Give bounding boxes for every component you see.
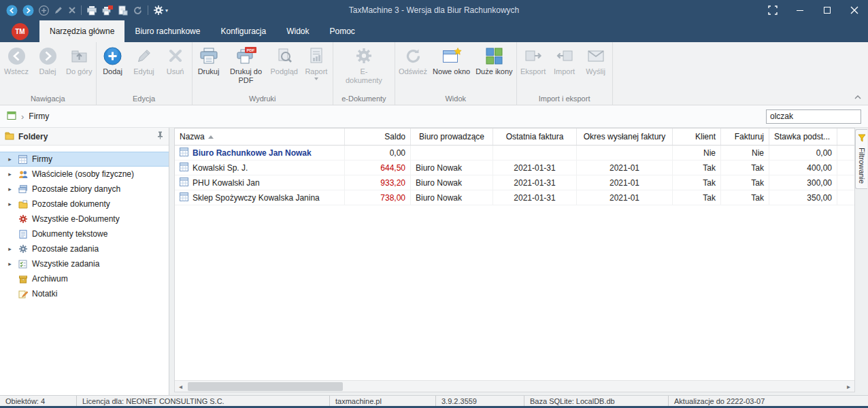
column-header-stawka[interactable]: Stawka podst... (769, 129, 837, 145)
status-database: Baza SQLite: LocalDB.db (524, 396, 669, 406)
grid-header: Nazwa Saldo Biuro prowadzące Ostatnia fa… (175, 129, 854, 146)
wyslij-button: Wyślij (580, 43, 612, 93)
tab-widok[interactable]: Widok (276, 20, 319, 42)
column-header-nazwa[interactable]: Nazwa (175, 129, 345, 145)
cell-ostatnia-faktura: 2021-01-31 (493, 175, 577, 190)
sidebar-item-firmy[interactable]: ▸ Firmy (0, 152, 169, 167)
scroll-right-icon[interactable]: ▸ (844, 381, 854, 392)
cell-biuro: Biuro Nowak (411, 160, 493, 175)
scroll-left-icon[interactable]: ◂ (176, 381, 186, 392)
back-icon[interactable] (6, 4, 18, 16)
expand-arrow-icon[interactable]: ▸ (6, 171, 14, 177)
folders-icon (5, 131, 14, 142)
grid-body: Biuro Rachunkowe Jan Nowak 0,00 Nie Nie … (175, 146, 854, 380)
status-website[interactable]: taxmachine.pl (330, 396, 436, 406)
group-label-import-eksport: Import i eksport (518, 93, 612, 105)
filter-tab[interactable]: Filtrowanie (855, 129, 867, 189)
tab-narzedzia-glowne[interactable]: Narzędzia główne (39, 20, 124, 42)
company-name: Biuro Rachunkowe Jan Nowak (193, 148, 312, 158)
table-row[interactable]: Biuro Rachunkowe Jan Nowak 0,00 Nie Nie … (175, 146, 854, 160)
window-controls (759, 0, 868, 20)
print-preview-icon[interactable] (118, 4, 128, 16)
status-updates: Aktualizacje do 2222-03-07 (669, 396, 868, 406)
tab-konfiguracja[interactable]: Konfiguracja (210, 20, 276, 42)
status-license: Licencja dla: NEONET CONSULTING S.C. (77, 396, 330, 406)
expand-arrow-icon[interactable]: ▸ (6, 245, 14, 252)
sidebar-item-label: Pozostałe zadania (32, 244, 99, 254)
maximize-button[interactable] (814, 0, 841, 20)
tab-pomoc[interactable]: Pomoc (320, 20, 365, 42)
odswiez-button: Odśwież (396, 43, 430, 93)
print-pdf-icon[interactable] (102, 4, 113, 16)
table-row[interactable]: PHU Kowalski Jan 933,20 Biuro Nowak 2021… (175, 175, 854, 190)
table-row[interactable]: Kowalski Sp. J. 644,50 Biuro Nowak 2021-… (175, 160, 854, 175)
drukuj-do-pdf-button[interactable]: PDF Drukuj do PDF (224, 43, 268, 93)
settings-gear-icon[interactable]: ▾ (153, 4, 168, 16)
expand-arrow-icon[interactable]: ▸ (6, 156, 14, 163)
group-label-e-dokumenty: e-Dokumenty (334, 93, 394, 105)
folders-panel: Foldery ▸ Firmy ▸ Właściciele (osoby fiz… (0, 128, 169, 395)
usun-button: Usuń (160, 43, 191, 93)
fit-window-icon[interactable] (759, 0, 786, 20)
magnifier-icon (276, 45, 293, 67)
collapse-ribbon-icon[interactable] (854, 92, 861, 101)
column-header-klient[interactable]: Klient (673, 129, 721, 145)
status-bar: Obiektów: 4 Licencja dla: NEONET CONSULT… (0, 395, 868, 408)
toolbar-separator (148, 5, 148, 15)
drukuj-button[interactable]: Drukuj (193, 43, 224, 93)
import-icon (555, 45, 574, 67)
forward-icon[interactable] (22, 4, 34, 16)
expand-arrow-icon[interactable]: ▸ (6, 186, 14, 192)
expand-arrow-icon[interactable]: ▸ (6, 260, 14, 267)
people-icon (18, 169, 28, 179)
minimize-button[interactable] (786, 0, 814, 20)
column-header-biuro[interactable]: Biuro prowadzące (411, 129, 493, 145)
sidebar-item-label: Firmy (32, 154, 52, 164)
sidebar-item-label: Notatki (32, 289, 57, 299)
breadcrumb[interactable]: Firmy (29, 112, 49, 121)
group-label-widok: Widok (396, 93, 516, 105)
close-button[interactable] (841, 0, 868, 20)
sidebar-item-pozostale-zbiory[interactable]: ▸ Pozostałe zbiory danych (0, 182, 169, 197)
expand-arrow-icon[interactable]: ▸ (6, 201, 14, 207)
cell-fakturuj: Nie (721, 146, 769, 160)
column-header-fakturuj[interactable]: Fakturuj (721, 129, 769, 145)
dodaj-button[interactable]: Dodaj (97, 43, 129, 93)
cell-klient: Tak (673, 160, 721, 175)
sidebar-item-dokumenty-tekstowe[interactable]: Dokumenty tekstowe (0, 226, 169, 241)
path-bar: › Firmy (0, 105, 868, 128)
import-button: Import (549, 43, 580, 93)
app-logo[interactable]: TM (12, 23, 29, 40)
sidebar-item-wszystkie-zadania[interactable]: ▸ Wszystkie zadania (0, 256, 169, 271)
sidebar-item-wszystkie-e-dokumenty[interactable]: Wszystkie e-Dokumenty (0, 211, 169, 226)
search-input[interactable] (766, 109, 861, 124)
sidebar-item-pozostale-zadania[interactable]: ▸ Pozostałe zadania (0, 241, 169, 256)
column-header-saldo[interactable]: Saldo (345, 129, 411, 145)
sidebar-item-pozostale-dokumenty[interactable]: ▸ Pozostałe dokumenty (0, 197, 169, 211)
chevron-right-icon[interactable]: › (21, 112, 24, 122)
column-header-okres[interactable]: Okres wysłanej faktury (577, 129, 673, 145)
cell-ostatnia-faktura: 2021-01-31 (493, 190, 577, 205)
tab-biuro-rachunkowe[interactable]: Biuro rachunkowe (124, 20, 210, 42)
text-document-icon (18, 229, 28, 239)
column-header-ostatnia-faktura[interactable]: Ostatnia faktura (493, 129, 577, 145)
scrollbar-thumb[interactable] (188, 382, 343, 391)
sidebar-item-wlasciciele[interactable]: ▸ Właściciele (osoby fizyczne) (0, 167, 169, 182)
folder-tree: ▸ Firmy ▸ Właściciele (osoby fizyczne) ▸… (0, 146, 169, 301)
do-gory-button: Do góry (63, 43, 95, 93)
scrollbar-track[interactable] (186, 382, 843, 391)
status-object-count: Obiektów: 4 (0, 396, 77, 406)
nowe-okno-button[interactable]: Nowe okno (430, 43, 473, 93)
cell-stawka: 400,00 (769, 160, 837, 175)
sidebar-item-archiwum[interactable]: Archiwum (0, 271, 169, 286)
table-row[interactable]: Sklep Spożywczy Kowalska Janina 738,00 B… (175, 190, 854, 205)
horizontal-scrollbar[interactable]: ◂ ▸ (175, 380, 854, 392)
ribbon-group-edycja: Dodaj Edytuj Usuń Edycja (97, 42, 193, 105)
company-icon (180, 177, 188, 188)
print-icon[interactable] (86, 4, 97, 16)
duze-ikony-button[interactable]: Duże ikony (473, 43, 515, 93)
cell-biuro (411, 146, 493, 160)
sidebar-item-notatki[interactable]: Notatki (0, 286, 169, 301)
pin-icon[interactable] (156, 131, 164, 141)
e-dokumenty-button: E-dokumenty (334, 43, 394, 93)
